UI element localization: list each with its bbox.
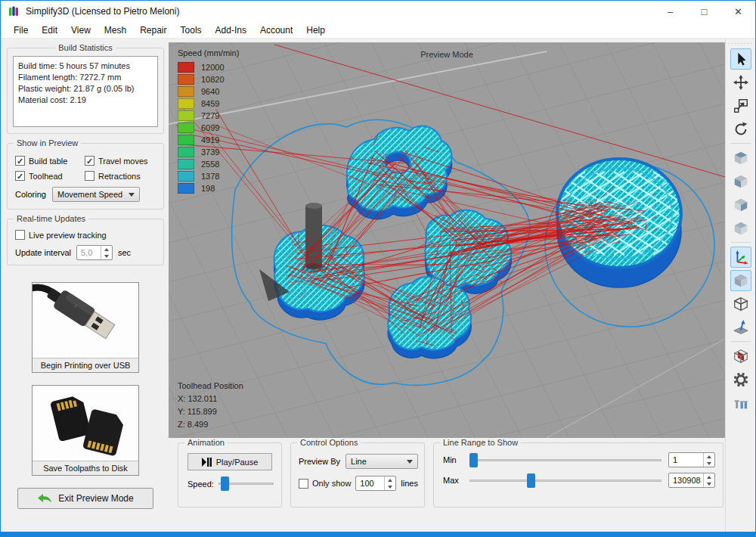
lines-unit-label: lines <box>401 479 418 488</box>
min-line-spinner[interactable]: 1 <box>668 452 715 467</box>
tool-supports-icon[interactable] <box>730 393 751 414</box>
tool-view-cube-front-icon[interactable] <box>730 171 751 192</box>
update-interval-label: Update interval <box>15 248 71 257</box>
max-line-slider[interactable] <box>469 473 662 488</box>
show-in-preview-title: Show in Preview <box>14 138 81 147</box>
tool-coordinate-axes-icon[interactable] <box>730 247 751 268</box>
menu-tools[interactable]: Tools <box>174 23 209 38</box>
coloring-dropdown[interactable]: Movement Speed <box>52 187 140 202</box>
speed-slider[interactable] <box>218 476 274 491</box>
maximize-button[interactable]: □ <box>687 1 721 22</box>
menu-help[interactable]: Help <box>299 23 332 38</box>
spin-down-icon[interactable] <box>704 480 714 487</box>
legend-value: 6099 <box>201 123 219 132</box>
tool-settings-gear-icon[interactable] <box>730 369 751 390</box>
max-slider-handle[interactable] <box>527 473 535 488</box>
control-options-title: Control Options <box>297 438 361 447</box>
minimize-button[interactable]: – <box>653 1 687 22</box>
spin-up-icon[interactable] <box>704 453 714 460</box>
update-interval-spinner[interactable]: 5,0 <box>76 245 113 260</box>
checkbox-unchecked-icon[interactable] <box>15 230 25 240</box>
cross-section-icon <box>733 348 749 365</box>
checkbox-build-table[interactable]: ✓Build table <box>15 156 82 166</box>
spin-up-icon[interactable] <box>385 476 395 483</box>
checkbox-toolhead[interactable]: ✓Toolhead <box>15 171 82 181</box>
line-range-title: Line Range to Show <box>440 438 521 447</box>
play-pause-button[interactable]: Play/Pause <box>187 453 272 470</box>
stat-build-time: Build time: 5 hours 57 minutes <box>18 61 153 72</box>
checkbox-retractions[interactable]: Retractions <box>85 171 160 181</box>
titlebar[interactable]: Simplify3D (Licensed to Pietro Meloni) –… <box>1 1 755 22</box>
checkbox-only-show-label: Only show <box>312 479 351 488</box>
checkbox-checked-icon[interactable]: ✓ <box>15 156 25 166</box>
legend-color-swatch <box>178 98 194 109</box>
realtime-updates-title: Real-time Updates <box>14 214 88 223</box>
min-line-slider[interactable] <box>469 453 662 467</box>
checkbox-checked-icon[interactable]: ✓ <box>15 171 25 181</box>
menu-repair[interactable]: Repair <box>133 23 173 38</box>
tool-view-cube-iso-icon[interactable] <box>730 218 751 239</box>
menu-addins[interactable]: Add-Ins <box>209 23 253 38</box>
tool-view-cube-top-icon[interactable] <box>730 147 751 169</box>
view-cube-iso-icon <box>733 220 749 237</box>
view-cube-top-icon <box>733 150 749 166</box>
toolhead-position-readout: Toolhead Position X: 132.011 Y: 115.899 … <box>178 380 243 431</box>
legend-value: 2558 <box>201 160 219 169</box>
menu-account[interactable]: Account <box>253 23 299 38</box>
tool-select-cursor-icon[interactable] <box>730 48 751 70</box>
preview-3d-viewport[interactable]: Speed (mm/min) 1200010820964084597279609… <box>169 42 725 438</box>
save-toolpaths-button[interactable]: Save Toolpaths to Disk <box>32 385 139 476</box>
min-slider-track[interactable] <box>469 459 662 461</box>
tool-cross-section-icon[interactable] <box>730 346 751 367</box>
tool-scale-icon[interactable] <box>730 95 751 116</box>
spin-down-icon[interactable] <box>704 460 714 467</box>
speed-slider-handle[interactable] <box>221 476 229 491</box>
spin-down-icon[interactable] <box>385 483 395 490</box>
tool-rotate-icon[interactable] <box>730 119 751 140</box>
legend-entry: 8459 <box>178 98 239 110</box>
move-icon <box>733 74 749 91</box>
begin-printing-usb-button[interactable]: ⟟ Begin Printing over USB <box>32 282 139 373</box>
tool-view-cube-side-icon[interactable] <box>730 194 751 216</box>
max-line-spinner[interactable]: 130908 <box>668 473 715 488</box>
surface-normal-icon <box>733 319 749 336</box>
checkbox-retractions-label: Retractions <box>98 172 141 181</box>
scale-icon <box>733 98 749 114</box>
checkbox-checked-icon[interactable]: ✓ <box>85 156 94 166</box>
legend-color-swatch <box>178 86 194 97</box>
legend-entry: 12000 <box>178 61 239 73</box>
spin-down-icon[interactable] <box>101 253 112 259</box>
play-pause-label: Play/Pause <box>216 458 259 467</box>
close-button[interactable]: ✕ <box>721 1 755 22</box>
legend-entry: 10820 <box>178 73 239 85</box>
legend-value: 198 <box>201 184 215 193</box>
realtime-updates-group: Real-time Updates Live preview tracking … <box>7 219 164 265</box>
toolbar-divider <box>731 143 751 144</box>
preview-by-dropdown[interactable]: Line <box>345 454 418 469</box>
spin-up-icon[interactable] <box>704 473 714 480</box>
checkbox-travel-moves[interactable]: ✓Travel moves <box>85 156 160 166</box>
menu-edit[interactable]: Edit <box>35 23 64 38</box>
build-statistics-group: Build Statistics Build time: 5 hours 57 … <box>7 48 164 134</box>
checkbox-unchecked-icon[interactable] <box>85 171 94 181</box>
tool-surface-normal-icon[interactable] <box>730 317 751 338</box>
toolbar-drag-handle[interactable]: ........ <box>728 40 754 45</box>
checkbox-only-show[interactable]: Only show <box>299 479 351 489</box>
chevron-down-icon <box>129 193 135 197</box>
tool-move-icon[interactable] <box>730 72 751 93</box>
menu-file[interactable]: File <box>7 23 35 38</box>
checkbox-build-table-label: Build table <box>29 157 67 166</box>
tool-solid-model-icon[interactable] <box>730 270 751 291</box>
max-slider-track[interactable] <box>469 480 662 482</box>
spin-up-icon[interactable] <box>101 246 112 253</box>
checkbox-live-preview-tracking[interactable]: Live preview tracking <box>15 230 163 240</box>
exit-preview-mode-button[interactable]: Exit Preview Mode <box>17 488 153 509</box>
min-slider-handle[interactable] <box>469 453 478 467</box>
menu-mesh[interactable]: Mesh <box>98 23 133 38</box>
tool-wireframe-icon[interactable] <box>730 293 751 315</box>
lines-count-spinner[interactable]: 100 <box>355 476 396 491</box>
checkbox-unchecked-icon[interactable] <box>299 479 308 489</box>
menu-view[interactable]: View <box>64 23 98 38</box>
checkbox-travel-moves-label: Travel moves <box>98 157 148 166</box>
app-window: Simplify3D (Licensed to Pietro Meloni) –… <box>0 0 756 537</box>
